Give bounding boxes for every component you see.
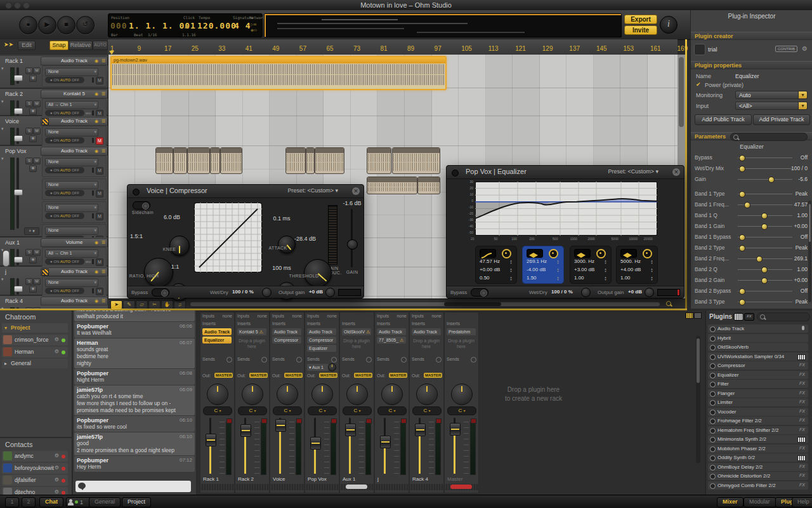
tab-general[interactable]: General — [89, 497, 121, 507]
mute-button[interactable]: M — [33, 157, 41, 164]
freeze-button[interactable]: ❋ — [29, 135, 37, 142]
lane-routing-dropdown[interactable]: All → Chn 1▾ — [45, 250, 98, 258]
equalizer-preset-dropdown[interactable]: Preset: <Custom> ▾ — [608, 168, 658, 175]
lane-routing-dropdown[interactable]: None▾ — [45, 181, 98, 189]
mixer-channel-j[interactable]: Inputs noneInsertsAudio Track77_8505_ ⚠S… — [374, 312, 409, 493]
clip-led[interactable] — [296, 418, 302, 424]
pan-knob[interactable] — [207, 384, 228, 405]
track-plugin-header[interactable]: Audio Track ◉ ☰ — [41, 267, 108, 276]
clip-led[interactable] — [331, 418, 337, 424]
horizontal-scrollbar[interactable] — [190, 302, 660, 306]
solo-button[interactable]: S — [25, 100, 33, 107]
parameter-slider[interactable] — [738, 237, 792, 237]
ruler-tick[interactable]: 113 — [488, 45, 499, 52]
track-name[interactable]: j — [5, 269, 6, 275]
scissors-tool[interactable]: ✂ — [148, 300, 160, 309]
track-name[interactable]: Pop Vox — [5, 148, 27, 154]
band-q-value[interactable]: 1.00 — [574, 275, 584, 281]
gain-slider-handle[interactable] — [347, 239, 358, 250]
output-routing-chip[interactable]: MASTER — [214, 373, 233, 378]
power-checkbox[interactable]: ✔ — [696, 81, 701, 88]
plugin-list-item[interactable]: CompressorFX — [708, 361, 808, 370]
audio-clip[interactable] — [187, 147, 210, 174]
insert-slot[interactable]: Predatohm — [447, 328, 476, 335]
plugin-list-item[interactable]: Frohmage Filter 2/2FX — [708, 417, 808, 425]
insert-slot[interactable]: Audio Track — [412, 328, 441, 335]
automation-mode-toggle[interactable]: ● ON AUTO OFF — [45, 167, 84, 173]
ruler-tick[interactable]: 57 — [299, 45, 306, 52]
band-q-value[interactable]: 0.50 — [480, 275, 490, 281]
menu-icon[interactable]: ☰ — [102, 117, 105, 124]
audio-clip[interactable] — [210, 147, 220, 174]
plugin-list-item[interactable]: Audio Track — [708, 324, 808, 333]
peak-filter-icon[interactable] — [620, 249, 637, 258]
eye-icon[interactable]: ◉ — [95, 268, 98, 275]
sidechain-toggle[interactable] — [133, 201, 150, 210]
note-tool[interactable]: ♫ — [174, 300, 186, 309]
bypass-toggle[interactable] — [152, 288, 169, 297]
equalizer-plugin-window[interactable]: Pop Vox | Equalizer Preset: <Custom> ▾ ✕… — [446, 165, 684, 298]
play-button[interactable]: ▶ — [38, 16, 56, 34]
freeze-button[interactable]: ❋ — [29, 165, 37, 172]
mixer-channel-aux-1[interactable]: InsertsOldSkoolV ⚠Drop a pluginhereSends… — [339, 312, 374, 493]
contact-row[interactable]: djfalsifier ⚙ — [2, 475, 68, 486]
add-send-icon[interactable] — [366, 357, 372, 363]
volume-fader-handle[interactable] — [415, 424, 426, 436]
monitoring-dropdown[interactable]: Auto▼ — [735, 91, 808, 99]
song-overview-strip[interactable] — [264, 13, 622, 37]
parameter-slider[interactable] — [738, 157, 792, 158]
mute-button[interactable]: M — [33, 128, 41, 135]
insert-slot[interactable]: Audio Track — [202, 328, 232, 335]
tab-chat[interactable]: Chat — [39, 497, 63, 507]
ruler-tick[interactable]: 25 — [192, 45, 199, 52]
mixer-channel-master[interactable]: InsertsPredatohmDrop a pluginhereSends C… — [444, 312, 479, 493]
eye-icon[interactable]: ◉ — [95, 297, 98, 304]
pan-knob[interactable] — [381, 384, 403, 405]
gear-icon[interactable]: ⚙ — [55, 465, 59, 471]
menu-icon[interactable]: ☰ — [102, 239, 105, 246]
ruler-tick[interactable]: 89 — [407, 45, 414, 52]
add-send-icon[interactable] — [401, 357, 407, 363]
peak-filter-icon[interactable] — [574, 249, 591, 258]
compressor-preset-dropdown[interactable]: Preset: <Custom> ▾ — [287, 187, 338, 194]
pan-value-combo[interactable]: C ▾ — [273, 406, 302, 415]
track-volume-fader[interactable] — [16, 128, 19, 144]
send-level-knob[interactable] — [328, 363, 336, 371]
clip-led[interactable] — [401, 418, 407, 424]
ruler-tick[interactable]: 17 — [164, 45, 171, 52]
solo-button[interactable]: S — [25, 278, 33, 285]
plugin-list-item[interactable]: FlangerFX — [708, 389, 808, 398]
loop-button[interactable]: ↺ — [76, 16, 95, 34]
insert-slot[interactable]: 77_8505_ ⚠ — [377, 337, 406, 344]
stepper-icon[interactable]: ▴▾ — [650, 276, 654, 281]
output-routing-chip[interactable]: MASTER — [319, 373, 337, 378]
add-public-track-button[interactable]: Add Public Track — [695, 114, 752, 125]
page-1-button[interactable]: 1 — [5, 497, 19, 507]
band-frequency-value[interactable]: 5000. Hz — [620, 258, 641, 264]
signature-value[interactable]: 4 4 — [234, 21, 251, 30]
output-routing-chip[interactable]: MASTER — [424, 373, 442, 378]
keys-filter-icon[interactable] — [686, 312, 693, 319]
lane-mute-button[interactable]: M — [96, 190, 103, 197]
menu-icon[interactable]: ☰ — [102, 57, 105, 64]
pan-value-combo[interactable]: C ▾ — [377, 406, 407, 415]
parameter-slider[interactable] — [738, 302, 792, 302]
automation-mode-toggle[interactable]: ● ON AUTO OFF — [45, 258, 84, 265]
snap-toggle[interactable]: Snap — [49, 41, 69, 50]
track-name[interactable]: Rack 4 — [5, 298, 23, 304]
plugin-list-item[interactable]: Oddity Synth 0/2 — [708, 453, 808, 462]
plugins-search-input[interactable] — [757, 312, 810, 321]
ruler-tick[interactable]: 49 — [272, 45, 279, 52]
solo-button[interactable]: S — [25, 157, 33, 164]
add-send-icon[interactable] — [226, 357, 232, 363]
tempo-value[interactable]: 120.000 — [197, 21, 237, 30]
select-tool[interactable]: ➤ — [110, 300, 122, 309]
menu-icon[interactable]: ☰ — [102, 297, 105, 304]
ruler-tick[interactable]: 97 — [435, 45, 442, 52]
ruler-tick[interactable]: 121 — [515, 45, 526, 52]
chat-member-row[interactable]: Herman ⚙ — [2, 347, 68, 358]
pan-strip[interactable] — [445, 484, 478, 490]
insert-slot[interactable]: OldSkoolV ⚠ — [342, 328, 371, 335]
track-grab-pill[interactable] — [3, 250, 10, 267]
ruler-tick[interactable]: 41 — [246, 45, 252, 52]
